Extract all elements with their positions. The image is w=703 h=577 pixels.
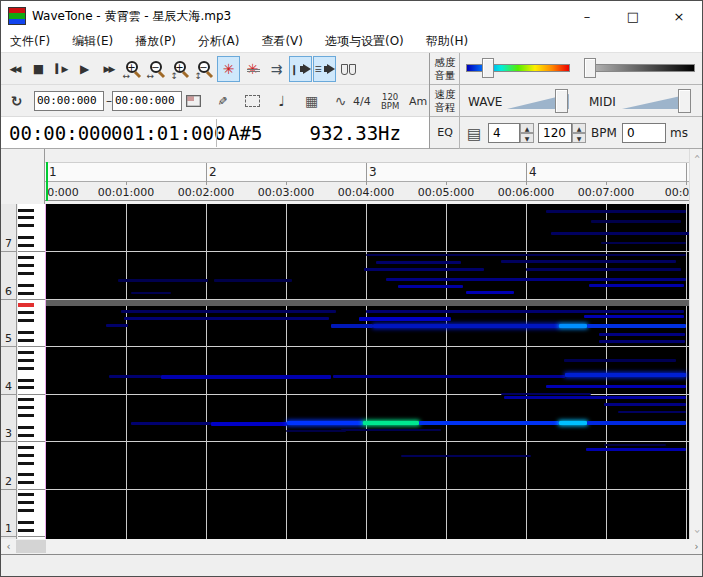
black-key[interactable] [18,426,34,429]
menu-analyze[interactable]: 分析(A) [189,31,249,52]
select-range-button[interactable] [241,88,264,114]
menu-file[interactable]: 文件(F) [1,31,59,52]
selected-key-a#5[interactable] [18,303,34,307]
black-key[interactable] [18,351,34,354]
stop-button[interactable]: ■ [27,56,50,82]
timeline-ruler[interactable]: 1234 0:00000:01:00000:02:00000:03:00000:… [1,149,703,204]
fast-forward-button[interactable]: ▶▶ [97,56,120,82]
black-key[interactable] [18,509,34,512]
wave-volume-thumb[interactable] [555,89,568,113]
piano-keyboard[interactable] [18,204,45,539]
black-key[interactable] [18,319,34,322]
minimize-button[interactable]: – [564,1,610,31]
volume-slider-thumb[interactable] [584,58,596,78]
black-key[interactable] [18,406,34,409]
black-key[interactable] [18,434,34,437]
scroll-left-button[interactable]: ‹ [1,539,16,554]
beats-spinner[interactable]: ▲ ▼ [520,123,534,143]
range-start-field[interactable]: 00:00:000 [34,91,104,111]
tempo-spin-up[interactable]: ▲ [572,123,586,133]
menu-play[interactable]: 播放(P) [126,31,185,52]
menu-options[interactable]: 选项与设置(O) [316,31,413,52]
offset-field[interactable]: 0 [622,123,666,143]
close-button[interactable]: × [656,1,702,31]
tempo-label[interactable]: 120BPM [381,93,399,110]
black-key[interactable] [18,339,34,342]
black-key[interactable] [18,446,34,449]
note-grid-narrow-button[interactable]: ✳ [217,56,240,82]
volume-slider[interactable] [591,64,695,72]
menu-view[interactable]: 查看(V) [252,31,312,52]
help-book-button[interactable] [337,56,360,82]
play-button[interactable]: ▶ [73,56,96,82]
beats-spin-down[interactable]: ▼ [520,133,534,143]
black-key[interactable] [18,379,34,382]
zoom-in-vertical-button[interactable]: + ↕ [169,56,192,82]
horizontal-scroll-thumb[interactable] [16,540,46,553]
note-input-button[interactable]: ♩ [270,88,293,114]
play-pause-button[interactable]: ▍▶ [50,56,73,82]
black-key[interactable] [18,493,34,496]
black-key[interactable] [18,501,34,504]
range-end-field[interactable]: 00:00:000 [112,91,182,111]
black-key[interactable] [18,224,34,227]
measure-row[interactable]: 1234 [45,162,689,182]
scroll-right-button[interactable]: › [689,539,703,554]
black-key[interactable] [18,367,34,370]
black-key[interactable] [18,264,34,267]
black-key[interactable] [18,462,34,465]
rewind-button[interactable]: ◀◀ [3,56,26,82]
midi-volume-thumb[interactable] [678,89,691,113]
black-key[interactable] [18,311,34,314]
meter-label[interactable]: 4/4 [353,95,371,108]
beats-per-measure-field[interactable]: 4 [488,123,520,143]
menu-help[interactable]: 帮助(H) [417,31,477,52]
zoom-out-vertical-button[interactable]: − ↕ [193,56,216,82]
tempo-spinner[interactable]: ▲ ▼ [572,123,586,143]
wave-sound-button[interactable]: ❙ [289,56,312,82]
black-key[interactable] [18,244,34,247]
black-key[interactable] [18,284,34,287]
black-key[interactable] [18,473,34,476]
ruler-content[interactable]: 1234 0:00000:01:00000:02:00000:03:00000:… [45,149,689,204]
eq-grid-icon[interactable]: ▤ [467,125,481,143]
sensitivity-slider-thumb[interactable] [482,58,494,78]
black-key[interactable] [18,481,34,484]
black-key[interactable] [18,256,34,259]
loop-button[interactable]: ↻ [5,88,28,114]
black-key[interactable] [18,414,34,417]
maximize-button[interactable]: □ [610,1,656,31]
note-list-button[interactable]: ▦ [300,88,323,114]
black-key[interactable] [18,529,34,532]
black-key[interactable] [18,521,34,524]
black-key[interactable] [18,216,34,219]
black-key[interactable] [18,236,34,239]
playhead[interactable] [46,162,48,201]
tempo-spin-down[interactable]: ▼ [572,133,586,143]
time-row[interactable]: 0:00000:01:00000:02:00000:03:00000:04:00… [45,182,689,201]
split-view-button[interactable] [182,88,205,114]
black-key[interactable] [18,292,34,295]
zoom-in-horizontal-button[interactable]: + ↔ [121,56,144,82]
horizontal-scrollbar[interactable]: ‹ › [1,539,703,554]
auto-scroll-button[interactable]: ⇉ [265,56,288,82]
pen-button[interactable]: ✎ [211,88,234,114]
black-key[interactable] [18,359,34,362]
zoom-out-horizontal-button[interactable]: − ↔ [145,56,168,82]
black-key[interactable] [18,209,34,212]
waveform-view-button[interactable]: ∿ [329,88,352,114]
tempo-field[interactable]: 120 [538,123,572,143]
black-key[interactable] [18,454,34,457]
black-key[interactable] [18,386,34,389]
scroll-down-button[interactable]: › [690,524,703,539]
scroll-up-button[interactable]: ‹ [690,149,703,164]
note-grid-wide-button[interactable]: ✳ [241,56,264,82]
spectrogram[interactable] [46,204,689,539]
beats-spin-up[interactable]: ▲ [520,123,534,133]
midi-sound-button[interactable]: ☰ [313,56,336,82]
vertical-scrollbar[interactable]: ‹ › [689,149,703,539]
black-key[interactable] [18,272,34,275]
key-label[interactable]: Am [409,95,427,108]
menu-edit[interactable]: 编辑(E) [63,31,122,52]
black-key[interactable] [18,331,34,334]
